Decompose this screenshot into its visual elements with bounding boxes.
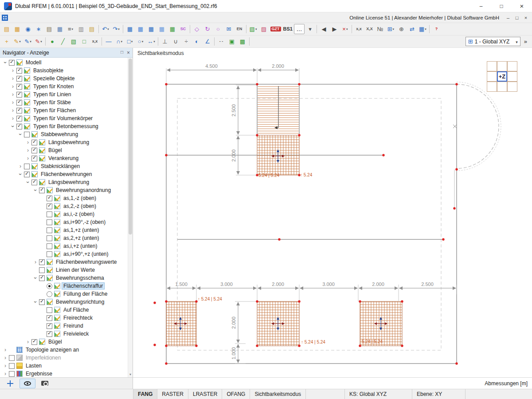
sync-views-icon[interactable]: ⇄ xyxy=(407,24,417,34)
visibility-states-icon[interactable]: ▧ xyxy=(248,24,258,34)
tree-item-as-2-z-unten-[interactable]: as,2,+z (unten) xyxy=(0,234,133,242)
paste-icon[interactable]: ▤ xyxy=(44,24,55,34)
expander-icon[interactable] xyxy=(10,68,16,73)
tree-item-flächenschraffur[interactable]: Flächenschraffur xyxy=(0,282,133,290)
expander-icon[interactable] xyxy=(33,188,38,192)
tree-item-as-i-90-z-oben-[interactable]: as,i+90°,-z (oben) xyxy=(0,218,133,226)
tree-item-lasten[interactable]: Lasten xyxy=(0,362,133,370)
save-icon[interactable]: ▦ xyxy=(55,24,65,34)
node-points[interactable] xyxy=(153,83,458,364)
tree-item-bügel[interactable]: Bügel xyxy=(0,146,133,154)
view-cell[interactable] xyxy=(507,71,517,82)
comment-icon[interactable]: ✉ xyxy=(224,24,234,34)
line-grid-toggle[interactable]: LRASTER xyxy=(188,389,222,399)
item-checkbox[interactable] xyxy=(24,132,30,137)
snap-toggle[interactable]: FANG xyxy=(133,389,157,399)
tree-item-längsbewehrung[interactable]: Längsbewehrung xyxy=(0,178,133,186)
separator[interactable] xyxy=(246,25,246,33)
menu-fenster[interactable] xyxy=(66,16,72,19)
snap-settings-icon[interactable]: + xyxy=(2,36,12,47)
separator[interactable] xyxy=(249,37,250,46)
coordinates-icon[interactable]: x,x xyxy=(90,36,100,47)
status-spacer[interactable] xyxy=(306,389,345,399)
tree-item-stabbewehrung[interactable]: Stabbewehrung xyxy=(0,130,133,138)
menu-hilfe[interactable] xyxy=(78,16,85,19)
doc-restore-button[interactable] xyxy=(512,15,521,20)
tree-item-modell[interactable]: Modell xyxy=(0,59,133,66)
doc-minimize-button[interactable] xyxy=(504,15,512,20)
navigator-tab-data[interactable] xyxy=(2,379,18,388)
visibility-box-icon[interactable]: ▩ xyxy=(238,36,248,47)
tree-item-freirund[interactable]: Freirund xyxy=(0,322,133,330)
item-checkbox[interactable] xyxy=(47,196,52,201)
copy-icon[interactable]: ▥ xyxy=(76,24,86,34)
navigator-tab-views[interactable] xyxy=(37,379,53,388)
separator[interactable] xyxy=(123,25,123,33)
new-table-icon[interactable]: ▦ xyxy=(125,24,135,34)
menu-zuordnen[interactable] xyxy=(35,16,41,19)
tree-item-typen-für-betonbemessung[interactable]: Typen für Betonbemessung xyxy=(0,122,133,130)
tree-item-as-2-z-oben-[interactable]: as,2,-z (oben) xyxy=(0,202,133,210)
navigator-tab-display[interactable] xyxy=(20,379,35,388)
item-checkbox[interactable] xyxy=(24,164,30,169)
tree-item-verankerung[interactable]: Verankerung xyxy=(0,154,133,162)
expander-icon[interactable] xyxy=(10,116,16,121)
expander-icon[interactable] xyxy=(3,60,8,65)
item-checkbox[interactable] xyxy=(9,60,15,66)
tree-item-as-i-z-oben-[interactable]: as,i,-z (oben) xyxy=(0,210,133,218)
item-checkbox[interactable] xyxy=(16,92,22,98)
tree-item-as-i-90-z-unten-[interactable]: as,i+90°,+z (unten) xyxy=(0,250,133,258)
drawing-area[interactable]: Sichtbarkeitsmodus xyxy=(133,48,532,389)
expander-icon[interactable] xyxy=(18,132,23,137)
display-properties-icon[interactable]: ⊞ xyxy=(386,24,396,34)
print-icon[interactable]: ≡ xyxy=(66,24,76,34)
tree-item-typen-für-knoten[interactable]: Typen für Knoten xyxy=(0,82,133,90)
building-outline[interactable] xyxy=(166,84,457,364)
maximize-button[interactable] xyxy=(491,0,512,12)
expander-icon[interactable] xyxy=(10,100,16,105)
object-edit-icon[interactable]: ✎ xyxy=(23,36,33,47)
help-icon[interactable]: ? xyxy=(431,24,442,34)
guideline-edit-icon[interactable]: ✎ xyxy=(12,36,23,47)
status-tail[interactable] xyxy=(466,389,532,399)
new-node-icon[interactable]: ● xyxy=(47,36,58,47)
item-checkbox[interactable] xyxy=(16,100,22,106)
rotate-icon[interactable]: ↻ xyxy=(203,24,213,34)
view-orientation-widget[interactable]: +Z xyxy=(487,61,517,92)
tree-item-linien-der-werte[interactable]: Linien der Werte xyxy=(0,266,133,274)
printout-report-icon[interactable]: ▤ xyxy=(87,24,97,34)
item-checkbox[interactable] xyxy=(47,283,52,289)
tree-item-bewehrungsanordnung[interactable]: Bewehrungsanordnung xyxy=(0,186,133,194)
menu-bearbeiten[interactable] xyxy=(16,16,23,19)
tree-item-ergebnisse[interactable]: Ergebnisse xyxy=(0,370,133,377)
expander-icon[interactable] xyxy=(25,340,31,344)
tree-scrollbar[interactable] xyxy=(128,58,133,377)
measure-angle-icon[interactable]: ∠ xyxy=(203,36,213,47)
doc-close-button[interactable] xyxy=(521,15,530,20)
tree-item-flächenbewehrungswerte[interactable]: Flächenbewehrungswerte xyxy=(0,258,133,266)
expander-icon[interactable] xyxy=(33,260,38,264)
new-dimension-icon[interactable]: ↔ xyxy=(146,36,156,47)
design-situation-badge[interactable]: GZT xyxy=(270,24,282,34)
separator[interactable] xyxy=(102,37,102,46)
menu-cad-bim[interactable] xyxy=(72,16,78,19)
tree-item-basisobjekte[interactable]: Basisobjekte xyxy=(0,66,133,74)
show-values-icon[interactable]: x,x xyxy=(354,24,364,34)
numbering-icon[interactable]: № xyxy=(375,24,385,34)
item-checkbox[interactable] xyxy=(16,68,22,74)
menu-berechnen[interactable] xyxy=(41,16,47,19)
union-icon[interactable]: ∪ xyxy=(171,36,181,47)
table-export-icon[interactable]: ▦ xyxy=(168,24,178,34)
drawing-canvas[interactable]: Sichtbarkeitsmodus xyxy=(133,48,532,377)
move-icon[interactable]: ◇ xyxy=(192,24,202,34)
more-options-button[interactable]: … xyxy=(294,24,305,34)
expander-icon[interactable] xyxy=(25,140,31,145)
tree-item-as-1-z-oben-[interactable]: as,1,-z (oben) xyxy=(0,194,133,202)
intersection-icon[interactable]: ⊥ xyxy=(160,36,170,47)
tree-item-typen-für-linien[interactable]: Typen für Linien xyxy=(0,90,133,98)
tree-item-typen-für-stäbe[interactable]: Typen für Stäbe xyxy=(0,98,133,106)
item-checkbox[interactable] xyxy=(39,267,45,273)
scrollbar-down-arrow[interactable] xyxy=(128,372,133,377)
item-checkbox[interactable] xyxy=(47,227,52,233)
new-surface-icon[interactable]: ▧ xyxy=(69,36,79,47)
